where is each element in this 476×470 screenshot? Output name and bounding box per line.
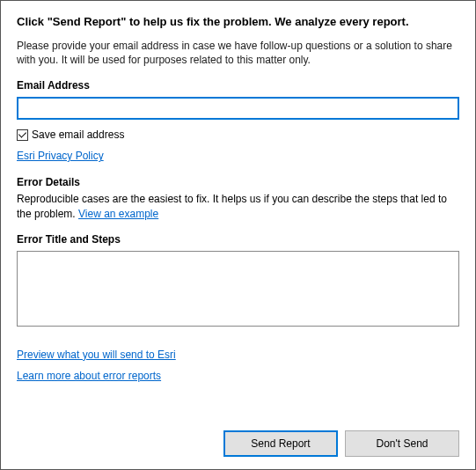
- button-row: Send Report Don't Send: [223, 430, 459, 457]
- view-example-link[interactable]: View an example: [78, 208, 158, 220]
- save-email-label: Save email address: [32, 129, 124, 141]
- bottom-links: Preview what you will send to Esri Learn…: [17, 349, 459, 382]
- privacy-policy-link[interactable]: Esri Privacy Policy: [17, 150, 104, 162]
- error-details-intro: Reproducible cases are the easiest to fi…: [17, 192, 459, 220]
- error-title-textarea[interactable]: [17, 251, 459, 327]
- dont-send-button[interactable]: Don't Send: [345, 430, 459, 457]
- email-label: Email Address: [17, 79, 459, 92]
- save-email-checkbox[interactable]: [17, 129, 28, 141]
- save-email-row[interactable]: Save email address: [17, 129, 459, 141]
- preview-link[interactable]: Preview what you will send to Esri: [17, 349, 459, 361]
- learn-more-link[interactable]: Learn more about error reports: [17, 370, 459, 382]
- error-title-label: Error Title and Steps: [17, 233, 459, 246]
- send-report-button[interactable]: Send Report: [223, 430, 338, 457]
- dialog-heading: Click "Send Report" to help us fix the p…: [17, 15, 459, 28]
- email-input[interactable]: [17, 97, 459, 120]
- intro-text: Please provide your email address in cas…: [17, 39, 459, 67]
- error-details-label: Error Details: [17, 176, 459, 188]
- error-report-dialog: Click "Send Report" to help us fix the p…: [0, 0, 476, 470]
